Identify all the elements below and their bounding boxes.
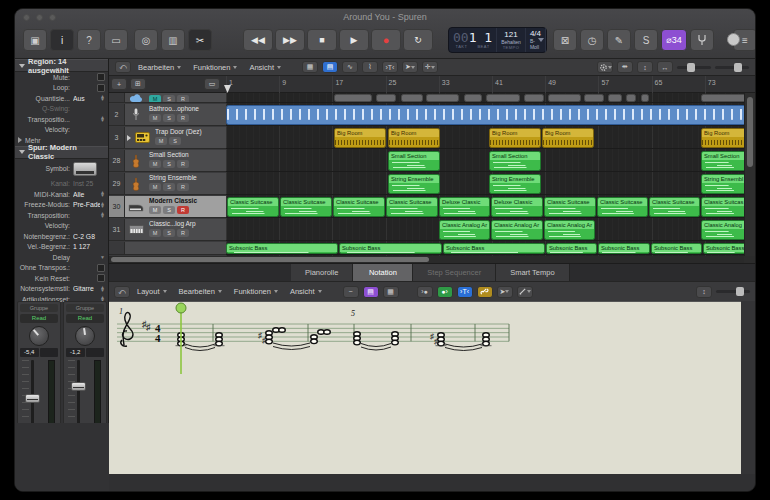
- checkbox[interactable]: [97, 274, 105, 282]
- region-classic-analog[interactable]: Classic Analog: [701, 220, 744, 241]
- waveform-zoom-button[interactable]: ⇹: [617, 61, 633, 73]
- whole-note[interactable]: [266, 339, 273, 344]
- track-mute-button[interactable]: M: [149, 229, 161, 237]
- region-subsonic-bass[interactable]: Subsonic Bass: [226, 243, 338, 255]
- track-inspector-value[interactable]: Gitarre: [73, 285, 100, 292]
- track-inspector-value[interactable]: Alle: [73, 191, 100, 198]
- pointer-tool-menu[interactable]: ➤: [402, 61, 418, 73]
- track-inspector-header[interactable]: Spur: Modern Classic: [15, 146, 108, 159]
- region[interactable]: [401, 94, 423, 103]
- region-small-section[interactable]: Small Section: [489, 151, 541, 172]
- editor-menu-ansicht[interactable]: Ansicht: [287, 287, 325, 296]
- track-mute-button[interactable]: M: [149, 183, 161, 191]
- tuner-button[interactable]: [690, 29, 714, 51]
- automation-button[interactable]: ∿: [342, 61, 358, 73]
- toolbar-button[interactable]: ▭: [104, 29, 128, 51]
- tab-smart-tempo[interactable]: Smart Tempo: [496, 264, 569, 281]
- track-name[interactable]: Bathroo...ophone: [149, 105, 224, 113]
- region-inspector-row[interactable]: Quantisie...Aus▲▼: [15, 93, 108, 104]
- editor-zoom-slider[interactable]: [716, 290, 750, 293]
- region[interactable]: [701, 94, 744, 103]
- pan-knob[interactable]: [29, 326, 49, 346]
- editors-button[interactable]: ✂: [188, 29, 212, 51]
- region-big-room[interactable]: Big Room: [334, 128, 386, 149]
- tab-notation[interactable]: Notation: [353, 264, 413, 281]
- pan-knob[interactable]: [75, 326, 95, 346]
- scroll-thumb[interactable]: [111, 257, 429, 262]
- track-inspector-row[interactable]: Velocity:: [15, 221, 108, 232]
- track-header-classic-log-arp[interactable]: 31Classic...log ArpMSR: [109, 219, 226, 241]
- region-subsonic-bass[interactable]: Subsonic Bass: [443, 243, 545, 255]
- editor-menu-bearbeiten[interactable]: Bearbeiten: [176, 287, 225, 296]
- track-name[interactable]: Classic...log Arp: [149, 220, 224, 228]
- region-classic-suitcase[interactable]: Classic Suitcase: [544, 197, 596, 218]
- track-record-button[interactable]: R: [177, 183, 189, 191]
- region[interactable]: [376, 94, 396, 103]
- region[interactable]: [608, 94, 622, 103]
- lcd-display[interactable]: 001 1 TAKTBEAT 121 Behalten TEMPO 4/4 B-…: [448, 27, 547, 53]
- group-button[interactable]: Gruppe: [20, 304, 58, 312]
- track-header[interactable]: [109, 242, 226, 255]
- solo-button[interactable]: S: [634, 29, 658, 51]
- track-inspector-row[interactable]: Kanal:Inst 25: [15, 179, 108, 190]
- region[interactable]: [626, 94, 636, 103]
- automation-mode-button[interactable]: Read: [66, 314, 104, 323]
- pencil-button[interactable]: ✎: [607, 29, 631, 51]
- region-classic-analog-ar[interactable]: Classic Analog Ar: [544, 220, 595, 241]
- snap-to-zero-button[interactable]: ›T‹: [457, 286, 473, 298]
- region-big-room[interactable]: Big Room: [489, 128, 541, 149]
- track-inspector-row[interactable]: Transposition:▲▼: [15, 210, 108, 221]
- arrange-menu-funktionen[interactable]: Funktionen: [190, 63, 240, 72]
- whole-note[interactable]: [216, 341, 223, 346]
- region-inspector-row[interactable]: Transpositio...▲▼: [15, 114, 108, 125]
- link-button[interactable]: [477, 286, 493, 298]
- vertical-auto-zoom-button[interactable]: ↕: [637, 61, 653, 73]
- track-solo-button[interactable]: S: [163, 183, 175, 191]
- region-big-room[interactable]: Big Room: [542, 128, 594, 149]
- region-inspector-row[interactable]: Loop:: [15, 83, 108, 94]
- region-classic-analog-ar[interactable]: Classic Analog Ar: [439, 220, 490, 241]
- track-mute-button[interactable]: M: [149, 206, 161, 214]
- metronome-button[interactable]: ◷: [580, 29, 604, 51]
- checkbox[interactable]: [97, 264, 105, 272]
- fader-thumb[interactable]: [25, 394, 40, 403]
- play-button[interactable]: ▶: [339, 29, 369, 51]
- track-inspector-value[interactable]: 1 127: [73, 243, 105, 250]
- track-header-string-ensemble[interactable]: 29String EnsembleMSR: [109, 173, 226, 195]
- track-mute-button[interactable]: M: [149, 95, 161, 102]
- region[interactable]: [524, 94, 544, 103]
- bar-ruler[interactable]: 191725334149576573: [226, 76, 746, 93]
- track-mute-button[interactable]: M: [155, 137, 167, 145]
- region-classic-suitcase[interactable]: Classic Suitcase: [227, 197, 279, 218]
- track-inspector-row[interactable]: Notensystemstil:Gitarre▲▼: [15, 284, 108, 295]
- track-header-small-section[interactable]: 28Small SectionMSR: [109, 150, 226, 172]
- score-editor[interactable]: ♯♯4415♯♯♯♯: [109, 301, 741, 474]
- track-solo-button[interactable]: S: [163, 206, 175, 214]
- arrange-horizontal-scrollbar[interactable]: [109, 256, 744, 263]
- midi-out-button[interactable]: ●›: [437, 286, 453, 298]
- region-classic-suitcase[interactable]: Classic Suitcase: [597, 197, 648, 218]
- duplicate-track-button[interactable]: ⊞: [130, 78, 146, 90]
- track-inspector-row[interactable]: Freeze-Modus:Pre-Fader▲▼: [15, 200, 108, 211]
- whole-note[interactable]: [438, 341, 445, 346]
- track-inspector-row[interactable]: Delay▼: [15, 252, 108, 263]
- grid-view-button[interactable]: ▦: [302, 61, 318, 73]
- region[interactable]: [584, 94, 604, 103]
- track-inspector-row[interactable]: Vel.-Begrenz.:1 127: [15, 242, 108, 253]
- track-record-button[interactable]: R: [177, 160, 189, 168]
- midi-in-button[interactable]: ›●: [417, 286, 433, 298]
- stepper-icon[interactable]: ▲▼: [100, 95, 105, 101]
- whole-note[interactable]: [324, 330, 331, 335]
- region[interactable]: [548, 94, 581, 103]
- score-display-button[interactable]: −: [343, 286, 359, 298]
- region-small-section[interactable]: Small Section: [701, 151, 744, 172]
- zoom-thumb[interactable]: [734, 63, 742, 72]
- stepper-icon[interactable]: ▲▼: [100, 202, 105, 208]
- region-inspector-value[interactable]: Aus: [73, 95, 100, 102]
- track-inspector-value[interactable]: Inst 25: [73, 180, 105, 187]
- score-vertical-scrollbar[interactable]: [741, 301, 755, 474]
- track-lane[interactable]: [226, 150, 744, 172]
- region-inspector-header[interactable]: Region: 14 ausgewählt: [15, 59, 108, 72]
- track-mute-button[interactable]: M: [149, 160, 161, 168]
- track-record-button[interactable]: R: [177, 206, 189, 214]
